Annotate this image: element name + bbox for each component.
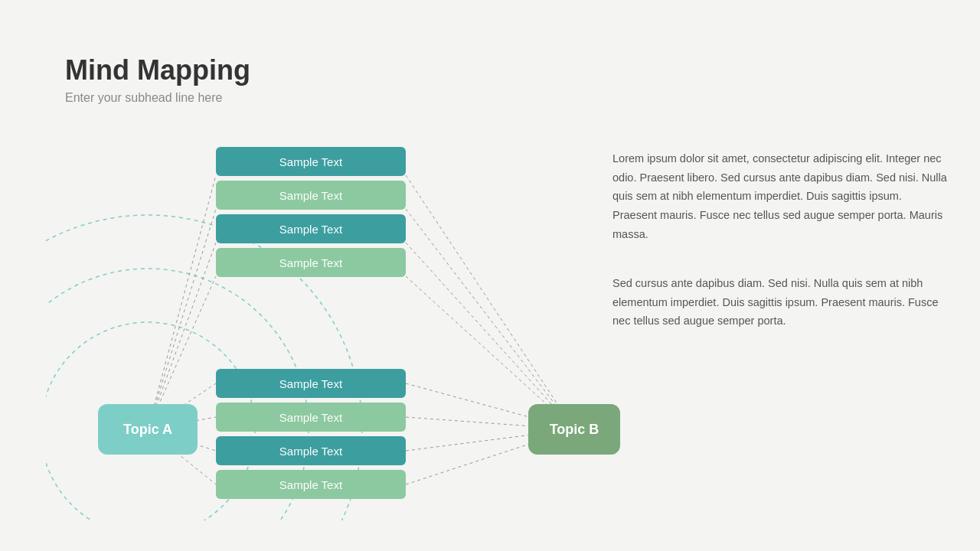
page-title: Mind Mapping [65,54,250,86]
bottom-box-1: Sample Text [216,369,406,398]
text-block-b: Sed cursus ante dapibus diam. Sed nisi. … [612,274,949,331]
svg-line-5 [148,243,216,429]
topic-a-node: Topic A [98,404,198,455]
top-box-1: Sample Text [216,147,406,176]
svg-line-3 [148,175,216,429]
text-area: Lorem ipsum dolor sit amet, consectetur … [612,149,949,331]
top-box-2: Sample Text [216,181,406,210]
svg-line-4 [148,209,216,429]
text-block-a: Lorem ipsum dolor sit amet, consectetur … [612,149,949,243]
header: Mind Mapping Enter your subhead line her… [65,54,250,105]
svg-line-12 [406,209,574,429]
top-box-4: Sample Text [216,248,406,277]
diagram-area: Topic A Topic B Sample Text Sample Text … [46,122,628,520]
bottom-box-2: Sample Text [216,403,406,432]
top-boxes: Sample Text Sample Text Sample Text Samp… [216,147,406,277]
bottom-boxes: Sample Text Sample Text Sample Text Samp… [216,369,406,499]
page-subtitle: Enter your subhead line here [65,91,250,105]
svg-line-13 [406,243,574,429]
bottom-box-3: Sample Text [216,436,406,465]
top-box-3: Sample Text [216,214,406,243]
topic-b-node: Topic B [528,404,620,455]
svg-line-11 [406,175,574,429]
bottom-box-4: Sample Text [216,470,406,499]
